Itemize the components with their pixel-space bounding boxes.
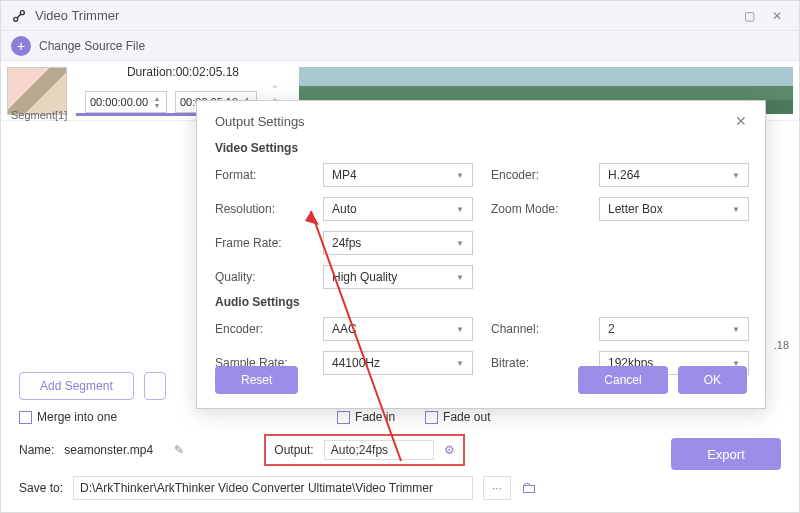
encoder-a-select[interactable]: AAC [323, 317, 473, 341]
segment-label: Segment[1] [11, 109, 67, 121]
format-label: Format: [215, 168, 305, 182]
titlebar: Video Trimmer ▢ ✕ [1, 1, 799, 31]
fade-in-checkbox[interactable]: Fade in [337, 410, 395, 424]
framerate-select[interactable]: 24fps [323, 231, 473, 255]
change-source-label[interactable]: Change Source File [39, 39, 145, 53]
collapse-up-icon[interactable]: ⌃ [269, 83, 281, 95]
format-select[interactable]: MP4 [323, 163, 473, 187]
channel-label: Channel: [491, 322, 581, 336]
encoder-v-label: Encoder: [491, 168, 581, 182]
output-settings-dialog: Output Settings ✕ Video Settings Format:… [196, 100, 766, 409]
audio-settings-heading: Audio Settings [215, 295, 747, 309]
zoom-label: Zoom Mode: [491, 202, 581, 216]
name-label: Name: [19, 443, 54, 457]
duration-text: Duration:00:02:05.18 [127, 65, 239, 79]
clip-thumbnail[interactable] [7, 67, 67, 115]
save-path-field[interactable]: D:\ArkThinker\ArkThinker Video Converter… [73, 476, 473, 500]
resolution-label: Resolution: [215, 202, 305, 216]
video-settings-heading: Video Settings [215, 141, 747, 155]
framerate-label: Frame Rate: [215, 236, 305, 250]
output-label: Output: [274, 443, 313, 457]
channel-select[interactable]: 2 [599, 317, 749, 341]
encoder-v-select[interactable]: H.264 [599, 163, 749, 187]
time-up-icon[interactable]: ▲ [152, 95, 162, 102]
quality-label: Quality: [215, 270, 305, 284]
quality-select[interactable]: High Quality [323, 265, 473, 289]
resolution-select[interactable]: Auto [323, 197, 473, 221]
name-value: seamonster.mp4 [64, 443, 164, 457]
minimize-button[interactable]: ▢ [737, 4, 761, 28]
dialog-close-icon[interactable]: ✕ [735, 113, 747, 129]
output-field[interactable]: Auto;24fps [324, 440, 434, 460]
ok-button[interactable]: OK [678, 366, 747, 394]
save-to-label: Save to: [19, 481, 63, 495]
open-folder-icon[interactable]: 🗀 [521, 479, 537, 497]
merge-checkbox[interactable]: Merge into one [19, 410, 117, 424]
zoom-select[interactable]: Letter Box [599, 197, 749, 221]
end-timestamp: .18 [774, 339, 789, 351]
close-button[interactable]: ✕ [765, 4, 789, 28]
add-source-button[interactable]: + [11, 36, 31, 56]
secondary-button[interactable] [144, 372, 166, 400]
browse-button[interactable]: ··· [483, 476, 511, 500]
toolbar: + Change Source File [1, 31, 799, 61]
window-title: Video Trimmer [35, 8, 733, 23]
cancel-button[interactable]: Cancel [578, 366, 667, 394]
export-button[interactable]: Export [671, 438, 781, 470]
encoder-a-label: Encoder: [215, 322, 305, 336]
app-logo-icon [11, 8, 27, 24]
output-highlight-box: Output: Auto;24fps ⚙ [264, 434, 464, 466]
output-settings-gear-icon[interactable]: ⚙ [444, 443, 455, 457]
time-down-icon[interactable]: ▼ [152, 102, 162, 109]
start-time-input[interactable]: 00:00:00.00 ▲▼ [85, 91, 167, 113]
edit-name-icon[interactable]: ✎ [174, 443, 184, 457]
add-segment-button[interactable]: Add Segment [19, 372, 134, 400]
reset-button[interactable]: Reset [215, 366, 298, 394]
fade-out-checkbox[interactable]: Fade out [425, 410, 490, 424]
dialog-title: Output Settings [215, 114, 735, 129]
